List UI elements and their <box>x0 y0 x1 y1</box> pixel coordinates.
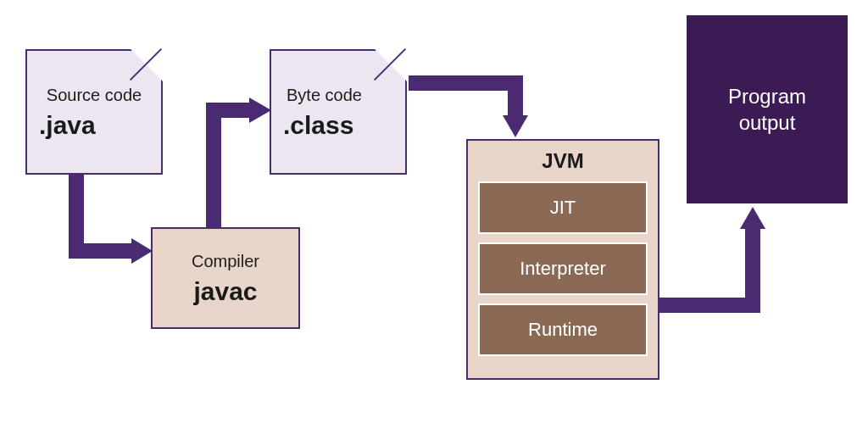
output-line2: output <box>739 109 796 136</box>
output-line1: Program <box>728 83 806 109</box>
compiler-label: Compiler <box>192 250 259 272</box>
svg-marker-1 <box>249 97 271 123</box>
byte-code-ext: .class <box>283 111 353 140</box>
arrow-source-to-compiler <box>59 175 161 285</box>
compiler-box: Compiler javac <box>151 227 300 329</box>
svg-marker-2 <box>503 115 528 137</box>
arrow-compiler-to-bytecode <box>197 85 290 237</box>
svg-marker-0 <box>131 238 153 264</box>
jvm-box-interpreter: Interpreter <box>478 242 648 295</box>
byte-code-label: Byte code <box>287 84 362 106</box>
source-code-file: Source code .java <box>25 49 163 175</box>
arrow-jvm-to-output <box>659 203 795 339</box>
jvm-container: JVM JIT Interpreter Runtime <box>466 139 659 380</box>
program-output-box: Program output <box>687 15 848 203</box>
svg-marker-3 <box>740 207 765 229</box>
source-code-label: Source code <box>47 84 142 106</box>
jvm-box-runtime: Runtime <box>478 304 648 356</box>
source-code-ext: .java <box>39 111 96 140</box>
arrow-bytecode-to-jvm <box>409 66 561 159</box>
jvm-box-jit: JIT <box>478 181 648 234</box>
compiler-name: javac <box>193 277 257 306</box>
byte-code-file: Byte code .class <box>270 49 407 175</box>
